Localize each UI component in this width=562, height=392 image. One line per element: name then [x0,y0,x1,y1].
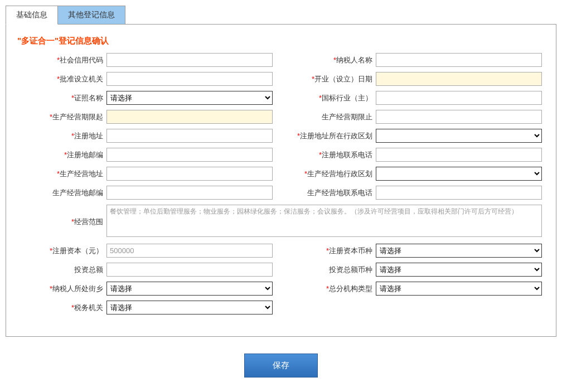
select-taxpayer-street[interactable]: 请选择 [106,282,273,296]
label-license-name: *证照名称 [20,93,106,103]
label-reg-address: *注册地址 [20,131,106,141]
select-org-type[interactable]: 请选择 [376,282,542,296]
button-area: 保存 [6,354,556,378]
select-investment-currency[interactable]: 请选择 [376,263,542,277]
input-national-industry[interactable] [376,91,542,105]
tabs: 基础信息 其他登记信息 [6,6,556,25]
input-open-date[interactable] [376,72,542,86]
label-operation-start: *生产经营期限起 [20,112,106,122]
select-license-name[interactable]: 请选择 [106,91,273,105]
label-biz-postcode: 生产经营地邮编 [20,188,106,198]
label-reg-admin-division: *注册地址所在行政区划 [289,131,376,141]
label-reg-capital-currency: *注册资本币种 [289,246,376,256]
input-approval-authority[interactable] [106,72,273,86]
label-total-investment: 投资总额 [20,265,106,275]
select-biz-admin-division[interactable] [376,167,542,181]
input-reg-postcode[interactable] [106,148,273,162]
input-biz-phone[interactable] [376,186,542,200]
form-container: "多证合一"登记信息确认 *社会信用代码 *纳税人名称 *批准设立机关 *开业（… [6,24,556,337]
label-social-credit-code: *社会信用代码 [20,55,106,65]
label-operation-end: 生产经营期限止 [289,112,376,122]
input-operation-start[interactable] [106,110,273,124]
label-approval-authority: *批准设立机关 [20,74,106,84]
textarea-business-scope[interactable]: 餐饮管理；单位后勤管理服务；物业服务；园林绿化服务；保洁服务；会议服务。（涉及许… [106,205,542,237]
form-title: "多证合一"登记信息确认 [17,36,542,46]
label-open-date: *开业（设立）日期 [289,74,376,84]
label-biz-phone: 生产经营地联系电话 [289,188,376,198]
input-taxpayer-name[interactable] [376,53,542,67]
select-tax-authority[interactable]: 请选择 [106,301,273,314]
select-reg-admin-division[interactable] [376,129,542,143]
input-biz-address[interactable] [106,167,273,181]
label-reg-postcode: *注册地邮编 [20,150,106,160]
input-reg-address[interactable] [106,129,273,143]
select-reg-capital-currency[interactable]: 请选择 [376,244,542,258]
form-grid: *社会信用代码 *纳税人名称 *批准设立机关 *开业（设立）日期 *证照名称 请… [20,53,542,320]
tab-other-registration[interactable]: 其他登记信息 [58,6,125,25]
label-investment-currency: 投资总额币种 [289,265,376,275]
input-total-investment[interactable] [106,263,273,277]
label-taxpayer-name: *纳税人名称 [289,55,376,65]
label-national-industry: *国标行业（主） [289,93,376,103]
input-reg-phone[interactable] [376,148,542,162]
input-social-credit-code[interactable] [106,53,273,67]
input-biz-postcode[interactable] [106,186,273,200]
label-reg-phone: *注册地联系电话 [289,150,376,160]
label-taxpayer-street: *纳税人所处街乡 [20,284,106,294]
label-biz-admin-division: *生产经营地行政区划 [289,169,376,179]
input-reg-capital[interactable] [106,244,273,258]
label-tax-authority: *税务机关 [20,303,106,313]
label-reg-capital: *注册资本（元） [20,246,106,256]
label-biz-address: *生产经营地址 [20,169,106,179]
save-button[interactable]: 保存 [244,354,318,378]
tab-basic-info[interactable]: 基础信息 [6,6,58,25]
label-business-scope: *经营范围 [20,217,106,227]
label-org-type: *总分机构类型 [289,284,376,294]
input-operation-end[interactable] [376,110,542,124]
